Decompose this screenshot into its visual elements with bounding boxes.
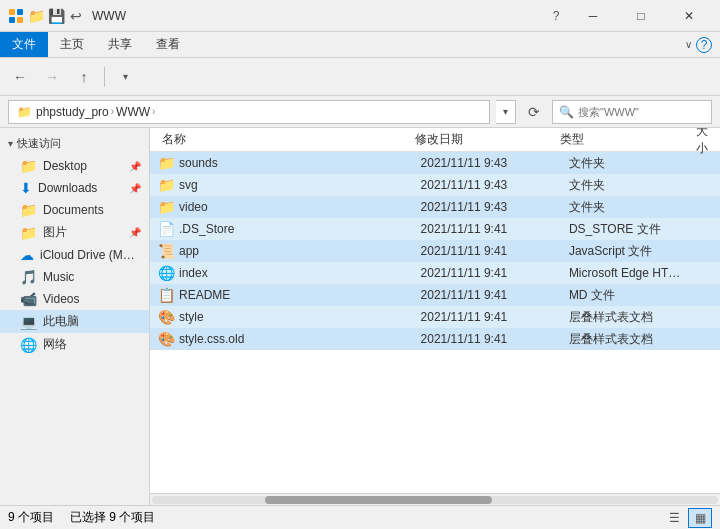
file-name-readme: 📋 README <box>158 287 417 303</box>
up-button[interactable]: ↑ <box>70 63 98 91</box>
svg-rect-1 <box>17 9 23 15</box>
app-js-icon: 📜 <box>158 243 175 259</box>
svg-rect-0 <box>9 9 15 15</box>
table-row[interactable]: 📁 svg 2021/11/11 9:43 文件夹 <box>150 174 720 196</box>
save-icon[interactable]: 💾 <box>48 8 64 24</box>
sidebar-item-downloads[interactable]: ⬇ Downloads 📌 <box>0 177 149 199</box>
index-html-icon: 🌐 <box>158 265 175 281</box>
table-row[interactable]: 📁 sounds 2021/11/11 9:43 文件夹 <box>150 152 720 174</box>
pin-icon: 📌 <box>129 161 141 172</box>
minimize-button[interactable]: ─ <box>570 0 616 32</box>
sounds-folder-icon: 📁 <box>158 155 175 171</box>
search-input[interactable] <box>578 106 705 118</box>
title-bar: 📁 💾 ↩ WWW ? ─ □ ✕ <box>0 0 720 32</box>
address-bar: 📁 phpstudy_pro › WWW › ▾ ⟳ 🔍 <box>0 96 720 128</box>
readme-md-icon: 📋 <box>158 287 175 303</box>
table-row[interactable]: 🎨 style 2021/11/11 9:41 层叠样式表文档 <box>150 306 720 328</box>
sidebar-item-label-pc: 此电脑 <box>43 313 79 330</box>
help-button[interactable]: ? <box>544 6 568 26</box>
quick-access-icon[interactable]: 📁 <box>28 8 44 24</box>
recent-locations-button[interactable]: ▾ <box>111 63 139 91</box>
toolbar: ← → ↑ ▾ <box>0 58 720 96</box>
maximize-button[interactable]: □ <box>618 0 664 32</box>
sidebar-item-label-pictures: 图片 <box>43 224 67 241</box>
scrollbar-thumb[interactable] <box>265 496 491 504</box>
sidebar-item-videos[interactable]: 📹 Videos <box>0 288 149 310</box>
search-box[interactable]: 🔍 <box>552 100 712 124</box>
network-icon: 🌐 <box>20 337 37 353</box>
sidebar: ▾ 快速访问 📁 Desktop 📌 ⬇ Downloads 📌 📁 Docum… <box>0 128 150 505</box>
menu-share[interactable]: 共享 <box>96 32 144 57</box>
table-row[interactable]: 📜 app 2021/11/11 9:41 JavaScript 文件 <box>150 240 720 262</box>
sidebar-item-label-videos: Videos <box>43 292 79 306</box>
sidebar-item-label-documents: Documents <box>43 203 104 217</box>
music-icon: 🎵 <box>20 269 37 285</box>
sidebar-item-label-music: Music <box>43 270 74 284</box>
address-dropdown[interactable]: ▾ <box>496 100 516 124</box>
window-icon <box>8 8 24 24</box>
undo-icon[interactable]: ↩ <box>68 8 84 24</box>
forward-button[interactable]: → <box>38 63 66 91</box>
file-name-style-old: 🎨 style.css.old <box>158 331 417 347</box>
detail-view-button[interactable]: ▦ <box>688 508 712 528</box>
table-row[interactable]: 🎨 style.css.old 2021/11/11 9:41 层叠样式表文档 <box>150 328 720 350</box>
svg-rect-2 <box>9 17 15 23</box>
menu-view[interactable]: 查看 <box>144 32 192 57</box>
sidebar-item-label-desktop: Desktop <box>43 159 87 173</box>
file-name-app: 📜 app <box>158 243 417 259</box>
status-bar: 9 个项目 已选择 9 个项目 ☰ ▦ <box>0 505 720 529</box>
table-row[interactable]: 📄 .DS_Store 2021/11/11 9:41 DS_STORE 文件 <box>150 218 720 240</box>
menu-file[interactable]: 文件 <box>0 32 48 57</box>
address-folder-icon: 📁 <box>17 105 32 119</box>
menu-home[interactable]: 主页 <box>48 32 96 57</box>
column-header-name[interactable]: 名称 <box>158 131 411 148</box>
svg-rect-3 <box>17 17 23 23</box>
sidebar-item-documents[interactable]: 📁 Documents <box>0 199 149 221</box>
sidebar-item-label-icloud: iCloud Drive (M… <box>40 248 135 262</box>
file-list: 名称 修改日期 类型 大小 📁 sounds 2021/11/11 9:43 文… <box>150 128 720 505</box>
path-part-1[interactable]: phpstudy_pro <box>36 105 109 119</box>
close-button[interactable]: ✕ <box>666 0 712 32</box>
pictures-pin-icon: 📌 <box>129 227 141 238</box>
sidebar-item-network[interactable]: 🌐 网络 <box>0 333 149 356</box>
videos-icon: 📹 <box>20 291 37 307</box>
pictures-folder-icon: 📁 <box>20 225 37 241</box>
main-content: ▾ 快速访问 📁 Desktop 📌 ⬇ Downloads 📌 📁 Docum… <box>0 128 720 505</box>
address-path[interactable]: 📁 phpstudy_pro › WWW › <box>8 100 490 124</box>
file-name-index: 🌐 index <box>158 265 417 281</box>
sidebar-item-icloud[interactable]: ☁ iCloud Drive (M… <box>0 244 149 266</box>
list-view-button[interactable]: ☰ <box>662 508 686 528</box>
file-name-video: 📁 video <box>158 199 417 215</box>
video-folder-icon: 📁 <box>158 199 175 215</box>
file-name-svg: 📁 svg <box>158 177 417 193</box>
quick-access-header[interactable]: ▾ 快速访问 <box>0 132 149 155</box>
refresh-button[interactable]: ⟳ <box>522 100 546 124</box>
column-header-size[interactable]: 大小 <box>692 128 712 157</box>
icloud-icon: ☁ <box>20 247 34 263</box>
help-icon[interactable]: ? <box>696 37 712 53</box>
title-bar-icons: 📁 💾 ↩ <box>8 8 84 24</box>
path-separator-2: › <box>152 106 155 117</box>
path-part-2[interactable]: WWW <box>116 105 150 119</box>
scrollbar-track[interactable] <box>152 496 718 504</box>
file-name-style: 🎨 style <box>158 309 417 325</box>
back-button[interactable]: ← <box>6 63 34 91</box>
desktop-folder-icon: 📁 <box>20 158 37 174</box>
ribbon-toggle-icon[interactable]: ∨ <box>685 39 692 50</box>
file-name-dsstore: 📄 .DS_Store <box>158 221 417 237</box>
sidebar-item-desktop[interactable]: 📁 Desktop 📌 <box>0 155 149 177</box>
documents-folder-icon: 📁 <box>20 202 37 218</box>
horizontal-scrollbar[interactable] <box>150 493 720 505</box>
column-header-date[interactable]: 修改日期 <box>411 131 556 148</box>
table-row[interactable]: 📁 video 2021/11/11 9:43 文件夹 <box>150 196 720 218</box>
file-name-sounds: 📁 sounds <box>158 155 417 171</box>
sidebar-item-music[interactable]: 🎵 Music <box>0 266 149 288</box>
sidebar-item-pictures[interactable]: 📁 图片 📌 <box>0 221 149 244</box>
sidebar-item-label-downloads: Downloads <box>38 181 97 195</box>
sidebar-item-thispc[interactable]: 💻 此电脑 <box>0 310 149 333</box>
path-separator-1: › <box>111 106 114 117</box>
table-row[interactable]: 📋 README 2021/11/11 9:41 MD 文件 <box>150 284 720 306</box>
table-row[interactable]: 🌐 index 2021/11/11 9:41 Microsoft Edge H… <box>150 262 720 284</box>
window-title: WWW <box>92 9 544 23</box>
column-header-type[interactable]: 类型 <box>556 131 692 148</box>
